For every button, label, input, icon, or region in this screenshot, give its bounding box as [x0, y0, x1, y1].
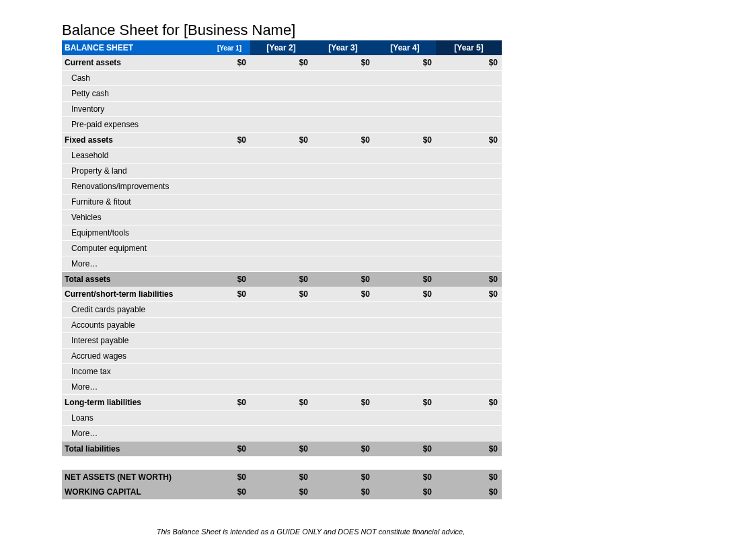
- item-label: Loans: [62, 411, 209, 426]
- list-item: Furniture & fitout: [62, 194, 502, 210]
- cell: [436, 349, 502, 364]
- cell: $0: [250, 441, 312, 457]
- cell: [374, 210, 436, 225]
- cell: [250, 86, 312, 102]
- item-label: Vehicles: [62, 210, 209, 225]
- cell: $0: [209, 485, 250, 499]
- list-item: Cash: [62, 71, 502, 86]
- cell: [250, 210, 312, 225]
- disclaimer: This Balance Sheet is intended as a GUID…: [62, 526, 560, 535]
- cell: [436, 333, 502, 349]
- cell: $0: [250, 272, 312, 287]
- total-liabilities-row: Total liabilities $0 $0 $0 $0 $0: [62, 441, 502, 457]
- cell: [312, 411, 374, 426]
- cell: $0: [209, 272, 250, 287]
- cell: [209, 102, 250, 117]
- cell: [374, 302, 436, 318]
- cell: [436, 102, 502, 117]
- cell: [250, 364, 312, 380]
- cell: [312, 333, 374, 349]
- current-liabilities-label: Current/short-term liabilities: [62, 287, 209, 302]
- cell: $0: [250, 287, 312, 302]
- cell: $0: [209, 441, 250, 457]
- cell: $0: [209, 133, 250, 148]
- list-item: Equipment/tools: [62, 225, 502, 241]
- cell: [374, 256, 436, 272]
- cell: [250, 380, 312, 395]
- cell: $0: [312, 287, 374, 302]
- cell: [250, 148, 312, 164]
- cell: $0: [250, 55, 312, 71]
- header-year1: [Year 1]: [209, 40, 250, 55]
- cell: $0: [436, 470, 502, 485]
- cell: [374, 179, 436, 194]
- cell: [312, 86, 374, 102]
- cell: $0: [312, 55, 374, 71]
- cell: [250, 426, 312, 441]
- cell: [374, 333, 436, 349]
- cell: [312, 117, 374, 133]
- cell: [436, 364, 502, 380]
- page-title: Balance Sheet for [Business Name]: [62, 22, 756, 39]
- cell: [374, 71, 436, 86]
- cell: [436, 117, 502, 133]
- list-item: Accounts payable: [62, 318, 502, 333]
- item-label: Renovations/improvements: [62, 179, 209, 194]
- list-item: Pre-paid expenses: [62, 117, 502, 133]
- cell: [436, 241, 502, 256]
- item-label: Pre-paid expenses: [62, 117, 209, 133]
- cell: [209, 194, 250, 210]
- disclaimer-line1: This Balance Sheet is intended as a GUID…: [62, 526, 560, 535]
- cell: [209, 426, 250, 441]
- total-assets-row: Total assets $0 $0 $0 $0 $0: [62, 272, 502, 287]
- cell: [209, 71, 250, 86]
- long-term-liabilities-label: Long-term liabilities: [62, 395, 209, 411]
- cell: $0: [209, 287, 250, 302]
- cell: [312, 194, 374, 210]
- cell: [436, 86, 502, 102]
- list-item: Credit cards payable: [62, 302, 502, 318]
- cell: $0: [374, 395, 436, 411]
- cell: [374, 349, 436, 364]
- cell: [209, 318, 250, 333]
- cell: $0: [312, 272, 374, 287]
- item-label: Computer equipment: [62, 241, 209, 256]
- working-capital-row: WORKING CAPITAL $0 $0 $0 $0 $0: [62, 485, 502, 499]
- current-assets-label: Current assets: [62, 55, 209, 71]
- header-year3: [Year 3]: [312, 40, 374, 55]
- cell: [209, 86, 250, 102]
- list-item: Petty cash: [62, 86, 502, 102]
- cell: [436, 426, 502, 441]
- cell: [374, 426, 436, 441]
- cell: [209, 364, 250, 380]
- cell: $0: [436, 485, 502, 499]
- cell: [312, 318, 374, 333]
- cell: [312, 225, 374, 241]
- balance-sheet-table: BALANCE SHEET [Year 1] [Year 2] [Year 3]…: [62, 40, 502, 499]
- cell: $0: [312, 485, 374, 499]
- cell: $0: [374, 470, 436, 485]
- cell: [312, 380, 374, 395]
- cell: [436, 380, 502, 395]
- cell: $0: [436, 287, 502, 302]
- item-label: Furniture & fitout: [62, 194, 209, 210]
- cell: $0: [436, 441, 502, 457]
- cell: $0: [250, 133, 312, 148]
- total-assets-label: Total assets: [62, 272, 209, 287]
- cell: $0: [374, 272, 436, 287]
- list-item: Income tax: [62, 364, 502, 380]
- spacer-row: [62, 456, 502, 470]
- cell: $0: [436, 55, 502, 71]
- item-label: Credit cards payable: [62, 302, 209, 318]
- cell: $0: [374, 287, 436, 302]
- current-liabilities-row: Current/short-term liabilities $0 $0 $0 …: [62, 287, 502, 302]
- cell: $0: [209, 55, 250, 71]
- cell: [250, 349, 312, 364]
- cell: [436, 210, 502, 225]
- cell: [374, 164, 436, 179]
- cell: [436, 164, 502, 179]
- cell: [209, 117, 250, 133]
- list-item: Interest payable: [62, 333, 502, 349]
- cell: [209, 380, 250, 395]
- cell: $0: [250, 395, 312, 411]
